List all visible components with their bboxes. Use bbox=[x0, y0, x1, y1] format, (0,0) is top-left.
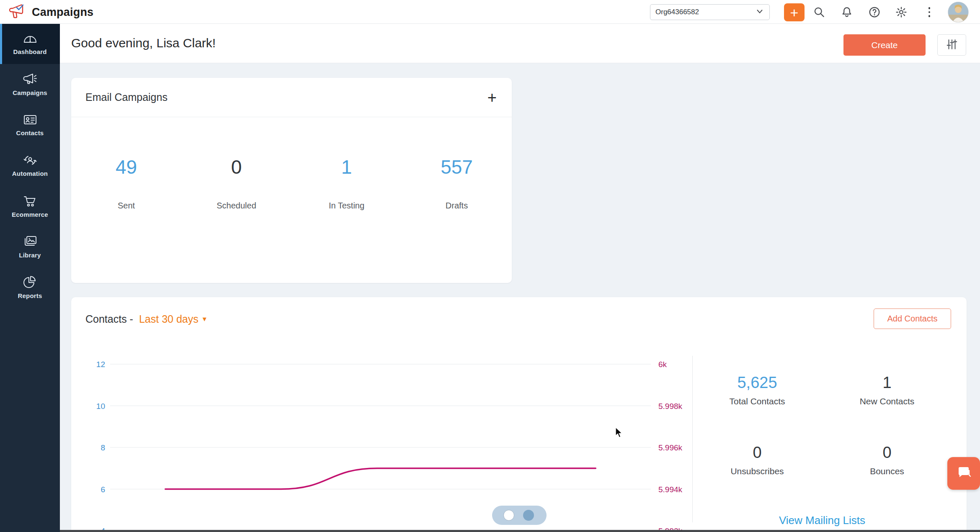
svg-text:5.994k: 5.994k bbox=[658, 485, 683, 494]
total-contacts-value[interactable]: 5,625 bbox=[692, 375, 822, 391]
email-campaigns-card: Email Campaigns + 49 Sent 0 Scheduled 1 … bbox=[71, 78, 512, 283]
sidebar-item-label: Campaigns bbox=[13, 89, 47, 96]
summary-new-contacts: 1 New Contacts bbox=[822, 375, 952, 406]
notifications-bell-icon[interactable] bbox=[838, 4, 855, 20]
stat-drafts-value[interactable]: 557 bbox=[402, 157, 512, 177]
bounces-value[interactable]: 0 bbox=[822, 445, 952, 460]
email-campaigns-header: Email Campaigns + bbox=[71, 78, 512, 117]
email-campaigns-stats: 49 Sent 0 Scheduled 1 In Testing 557 Dra… bbox=[71, 117, 512, 211]
svg-text:10: 10 bbox=[96, 402, 105, 411]
help-icon[interactable] bbox=[866, 4, 883, 20]
settings-gear-icon[interactable] bbox=[893, 4, 910, 20]
support-chat-button[interactable] bbox=[947, 457, 980, 490]
user-avatar[interactable] bbox=[948, 2, 969, 23]
svg-text:12: 12 bbox=[96, 360, 105, 369]
images-icon bbox=[23, 235, 38, 248]
megaphone-icon bbox=[23, 72, 38, 86]
contacts-header: Contacts - Last 30 days ▾ bbox=[85, 308, 206, 329]
view-mailing-lists-link[interactable]: View Mailing Lists bbox=[692, 514, 952, 527]
email-campaigns-title: Email Campaigns bbox=[85, 91, 168, 103]
contacts-summary: 5,625 Total Contacts 1 New Contacts 0 Un… bbox=[692, 297, 952, 532]
app-title: Campaigns bbox=[32, 6, 93, 19]
stat-sent: 49 Sent bbox=[71, 157, 181, 211]
sidebar-item-library[interactable]: Library bbox=[0, 226, 60, 267]
sidebar-nav: Dashboard Campaigns Contacts Automation … bbox=[0, 23, 60, 532]
date-range-selector[interactable]: Last 30 days ▾ bbox=[139, 313, 206, 325]
chevron-down-icon bbox=[755, 7, 764, 18]
stat-drafts-label: Drafts bbox=[402, 201, 512, 211]
toggle-dot-left[interactable] bbox=[503, 510, 514, 521]
quick-create-button[interactable]: + bbox=[784, 3, 805, 21]
svg-text:6k: 6k bbox=[658, 360, 667, 369]
summary-total-contacts: 5,625 Total Contacts bbox=[692, 375, 822, 406]
svg-text:5.996k: 5.996k bbox=[658, 443, 683, 452]
top-bar: Campaigns Org64366582 + bbox=[0, 0, 980, 24]
chat-bubble-icon bbox=[955, 464, 972, 483]
stat-in-testing-value[interactable]: 1 bbox=[291, 157, 402, 177]
sidebar-item-label: Ecommerce bbox=[12, 211, 48, 218]
svg-text:8: 8 bbox=[101, 443, 105, 452]
dashboard-filter-button[interactable] bbox=[937, 34, 966, 56]
stat-in-testing-label: In Testing bbox=[291, 201, 402, 211]
unsubscribes-label: Unsubscribes bbox=[692, 466, 822, 476]
unsubscribes-value[interactable]: 0 bbox=[692, 445, 822, 460]
greeting-text: Good evening, Lisa Clark! bbox=[71, 36, 216, 50]
greeting-bar: Good evening, Lisa Clark! Create bbox=[60, 23, 980, 63]
contact-card-icon bbox=[23, 113, 38, 126]
sidebar-item-dashboard[interactable]: Dashboard bbox=[0, 23, 60, 64]
total-contacts-label: Total Contacts bbox=[692, 396, 822, 406]
svg-text:6: 6 bbox=[101, 485, 105, 494]
gauge-icon bbox=[23, 32, 38, 45]
sidebar-item-automation[interactable]: Automation bbox=[0, 145, 60, 186]
stat-scheduled-value[interactable]: 0 bbox=[181, 157, 291, 177]
stat-scheduled-label: Scheduled bbox=[181, 201, 291, 211]
date-range-value: Last 30 days bbox=[139, 313, 199, 325]
org-selector[interactable]: Org64366582 bbox=[650, 4, 770, 20]
contacts-chart-area: 126k105.998k85.996k65.994k45.992k bbox=[95, 351, 689, 531]
pie-chart-icon bbox=[23, 275, 37, 289]
sidebar-item-label: Library bbox=[19, 252, 41, 259]
sidebar-item-campaigns[interactable]: Campaigns bbox=[0, 64, 60, 105]
chart-page-toggle[interactable] bbox=[492, 506, 547, 525]
viewport-bottom-edge bbox=[60, 530, 980, 532]
more-options-kebab-icon[interactable] bbox=[921, 4, 938, 20]
shopping-cart-icon bbox=[23, 194, 38, 208]
sidebar-item-label: Contacts bbox=[16, 129, 44, 136]
sidebar-item-label: Automation bbox=[12, 170, 48, 177]
svg-text:5.998k: 5.998k bbox=[658, 402, 683, 411]
sidebar-item-label: Dashboard bbox=[13, 48, 46, 55]
stat-drafts: 557 Drafts bbox=[402, 157, 512, 211]
new-contacts-value[interactable]: 1 bbox=[822, 375, 952, 391]
stat-scheduled: 0 Scheduled bbox=[181, 157, 291, 211]
contacts-card: Contacts - Last 30 days ▾ Add Contacts 1… bbox=[71, 297, 967, 532]
toggle-dot-right[interactable] bbox=[523, 510, 534, 521]
megaphone-logo-icon bbox=[8, 3, 27, 22]
org-selector-value: Org64366582 bbox=[655, 8, 699, 16]
app-root: Campaigns Org64366582 + bbox=[0, 0, 980, 532]
add-campaign-plus-icon[interactable]: + bbox=[487, 90, 497, 105]
sliders-icon bbox=[946, 38, 958, 52]
bounces-label: Bounces bbox=[822, 466, 952, 476]
contacts-line-chart: 126k105.998k85.996k65.994k45.992k bbox=[95, 351, 689, 531]
sidebar-item-label: Reports bbox=[18, 292, 42, 299]
people-sync-icon bbox=[23, 154, 38, 167]
stat-sent-value[interactable]: 49 bbox=[71, 157, 181, 177]
new-contacts-label: New Contacts bbox=[822, 396, 952, 406]
contacts-title: Contacts - bbox=[85, 313, 133, 325]
search-icon[interactable] bbox=[811, 4, 828, 20]
summary-unsubscribes: 0 Unsubscribes bbox=[692, 445, 822, 476]
sidebar-item-ecommerce[interactable]: Ecommerce bbox=[0, 186, 60, 226]
summary-bounces: 0 Bounces bbox=[822, 445, 952, 476]
create-button[interactable]: Create bbox=[843, 34, 926, 56]
caret-down-icon: ▾ bbox=[203, 314, 206, 324]
app-logo: Campaigns bbox=[8, 3, 93, 22]
sidebar-item-contacts[interactable]: Contacts bbox=[0, 105, 60, 145]
stat-in-testing: 1 In Testing bbox=[291, 157, 402, 211]
stat-sent-label: Sent bbox=[71, 201, 181, 211]
sidebar-item-reports[interactable]: Reports bbox=[0, 267, 60, 308]
